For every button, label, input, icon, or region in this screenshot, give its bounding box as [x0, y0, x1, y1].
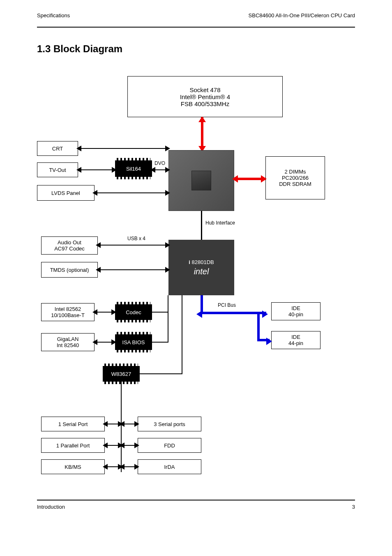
ar-ser3-r-icon	[134, 421, 139, 427]
footer-right: 3	[352, 504, 355, 510]
arrow-crt-right-icon	[165, 146, 170, 151]
ic-sil164: Sil164	[115, 160, 152, 177]
rule-top	[37, 27, 355, 28]
box-ser1: 1 Serial Port	[41, 417, 105, 431]
box-crt: CRT	[37, 141, 78, 156]
arrow-lan2-r-icon	[111, 339, 116, 345]
ar-ser3-l-icon	[120, 421, 125, 427]
line-isa-h	[152, 342, 168, 343]
ar-ser1-l-icon	[103, 421, 108, 427]
box-irda: IrDA	[138, 459, 201, 474]
box-lan1: Intel 8256210/100Base-T	[41, 303, 95, 321]
arrow-lan1-l-icon	[92, 309, 97, 315]
ar-fdd-r-icon	[134, 442, 139, 448]
arrow-mem-left-icon	[232, 175, 238, 183]
block-diagram: Socket 478Intel® Pentium® 4FSB 400/533MH…	[37, 68, 355, 487]
page-title: 1.3 Block Diagram	[37, 43, 122, 55]
label-pci: PCI Bus	[218, 302, 236, 308]
arrow-cpu-up-icon	[198, 116, 206, 122]
chip-ich: i 82801DB intel	[168, 240, 234, 295]
line-tmds	[98, 269, 168, 270]
box-ide44: IDE44-pin	[271, 331, 321, 349]
box-ser3: 3 Serial ports	[138, 417, 201, 431]
arrow-lvds-l-icon	[92, 190, 97, 196]
box-memory: 2 DIMMsPC200/266DDR SDRAM	[265, 156, 325, 199]
line-pci-v	[201, 295, 203, 313]
line-lvds	[95, 192, 168, 193]
arrow-lan1-r-icon	[111, 309, 116, 315]
arrow-tmds-r-icon	[165, 267, 170, 273]
box-lan2: GigaLANInt 82540	[41, 333, 95, 351]
arrow-tmds-l-icon	[96, 267, 101, 273]
ic-codec-label: Codec	[115, 309, 152, 315]
line-sio-bus	[121, 382, 122, 472]
line-audio	[98, 245, 168, 246]
line-cpu-gmch	[201, 117, 203, 150]
arrow-lvds-r-icon	[165, 190, 170, 196]
ar-fdd-l-icon	[120, 442, 125, 448]
ic-isa: ISA BIOS	[115, 334, 152, 350]
ic-isa-label: ISA BIOS	[115, 339, 152, 345]
arrow-tvout-l-icon	[76, 167, 81, 173]
chip-gmch	[168, 150, 234, 211]
line-hub	[201, 211, 202, 240]
label-hub: Hub Interface	[205, 220, 235, 226]
arrow-ide44-icon	[266, 338, 272, 345]
line-codec-h	[152, 312, 168, 313]
box-lvds: LVDS Panel	[37, 185, 95, 201]
intel-logo-icon: intel	[194, 267, 209, 276]
ar-irda-r-icon	[134, 464, 139, 470]
box-ide40: IDE40-pin	[271, 302, 321, 320]
ar-par-l-icon	[103, 442, 108, 448]
line-isa-v	[168, 295, 168, 343]
box-par: 1 Parallel Port	[41, 438, 105, 453]
box-cpu: Socket 478Intel® Pentium® 4FSB 400/533MH…	[127, 76, 283, 117]
arrow-pci-l-icon	[196, 310, 202, 318]
ar-kbms-l-icon	[103, 464, 108, 470]
arrow-sil-r-icon	[165, 167, 170, 173]
ic-codec: Codec	[115, 304, 152, 320]
line-sio-v1	[182, 295, 182, 373]
footer-left: Introduction	[37, 504, 65, 510]
arrow-audio-l-icon	[96, 242, 101, 248]
label-usb: USB x 4	[127, 236, 145, 241]
ic-sio-label: W83627	[103, 371, 140, 377]
header-left: Specifications	[37, 12, 70, 19]
ar-irda-l-icon	[120, 464, 125, 470]
arrow-crt-left-icon	[76, 146, 81, 151]
arrow-audio-r-icon	[165, 242, 170, 248]
rule-bottom	[37, 500, 355, 500]
arrow-sil-l-icon	[150, 167, 155, 173]
header: Specifications SBC84600 All-In-One PIII/…	[37, 12, 355, 19]
arrow-lan2-l-icon	[92, 339, 97, 345]
line-pci-h	[201, 312, 266, 314]
box-tmds: TMDS (optional)	[41, 262, 98, 278]
ic-sio: W83627	[103, 366, 140, 382]
line-sio-h	[140, 373, 182, 374]
box-tvout: TV-Out	[37, 162, 78, 177]
header-right: SBC84600 All-In-One PIII/Celeron CPU Car…	[249, 12, 355, 19]
ich-pn: 82801DB	[192, 259, 214, 265]
arrow-pci-r-icon	[262, 310, 268, 318]
line-tvout-sil	[78, 169, 115, 170]
box-kbms: KB/MS	[41, 459, 105, 474]
arrow-tvout-r-icon	[112, 167, 117, 173]
box-audio: Audio OutAC97 Codec	[41, 236, 98, 255]
box-fdd: FDD	[138, 438, 201, 453]
arrow-mem-right-icon	[261, 175, 267, 183]
footer: Introduction 3	[37, 504, 355, 510]
label-dvo: DVO	[154, 160, 165, 166]
ic-sil164-label: Sil164	[115, 166, 152, 172]
line-pci-drop	[257, 313, 260, 340]
line-crt	[78, 148, 168, 149]
